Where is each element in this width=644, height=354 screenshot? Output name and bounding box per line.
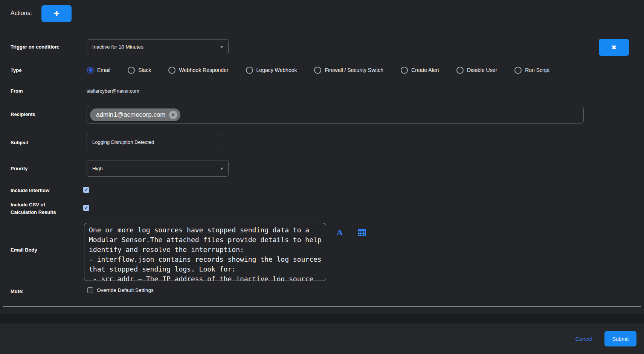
footer-spacer bbox=[0, 314, 644, 323]
radio-option-slack[interactable]: Slack bbox=[128, 67, 151, 74]
radio-option-run-script[interactable]: Run Script bbox=[514, 67, 549, 74]
plus-icon: ✚ bbox=[54, 11, 59, 17]
recipients-input[interactable]: admin1@acmecorp.com ✕ bbox=[87, 106, 584, 124]
trigger-condition-label: Trigger on condition: bbox=[11, 44, 60, 50]
close-icon: ✖ bbox=[612, 44, 617, 50]
email-body-textarea[interactable]: One or more log sources have stopped sen… bbox=[84, 223, 326, 281]
recipient-chip: admin1@acmecorp.com ✕ bbox=[90, 108, 180, 121]
radio-icon bbox=[314, 67, 321, 74]
mute-label: Mute: bbox=[11, 288, 24, 294]
priority-value: High bbox=[92, 166, 220, 171]
recipient-email: admin1@acmecorp.com bbox=[96, 111, 166, 119]
cancel-button[interactable]: Cancel bbox=[575, 336, 592, 342]
recipients-label: Recipients bbox=[11, 111, 35, 117]
radio-icon bbox=[128, 67, 135, 74]
include-interflow-checkbox[interactable]: ✓ bbox=[83, 187, 89, 193]
trigger-condition-select[interactable]: Inactive for 10 Minutes ▾ bbox=[87, 39, 229, 54]
radio-icon bbox=[401, 67, 408, 74]
radio-icon bbox=[168, 67, 175, 74]
font-color-button[interactable]: A bbox=[334, 227, 345, 238]
divider bbox=[3, 306, 641, 307]
mute-row: Override Default Settings bbox=[87, 287, 154, 293]
radio-option-disable-user[interactable]: Disable User bbox=[456, 67, 497, 74]
radio-selected-icon bbox=[87, 67, 94, 74]
actions-label: Actions: bbox=[11, 10, 32, 17]
radio-option-firewall-security-switch[interactable]: Firewall / Security Switch bbox=[314, 67, 383, 74]
add-action-button[interactable]: ✚ bbox=[41, 5, 72, 22]
email-body-text: One or more log sources have stopped sen… bbox=[89, 225, 321, 281]
submit-button[interactable]: Submit bbox=[604, 331, 636, 346]
remove-recipient-icon[interactable]: ✕ bbox=[169, 111, 177, 119]
include-interflow-label: Include Interflow bbox=[11, 188, 49, 194]
priority-select[interactable]: High ▾ bbox=[87, 160, 229, 177]
override-default-settings-checkbox[interactable] bbox=[87, 287, 93, 293]
check-icon: ✓ bbox=[84, 206, 88, 210]
chevron-down-icon: ▾ bbox=[220, 44, 223, 50]
override-default-settings-label: Override Default Settings bbox=[97, 287, 154, 293]
action-config-form: Actions: ✚ Trigger on condition: Inactiv… bbox=[0, 0, 644, 354]
trigger-condition-value: Inactive for 10 Minutes bbox=[92, 44, 220, 50]
check-icon: ✓ bbox=[84, 188, 88, 192]
chevron-down-icon: ▾ bbox=[220, 166, 223, 171]
insert-table-button[interactable] bbox=[357, 228, 367, 237]
remove-action-button[interactable]: ✖ bbox=[599, 39, 629, 56]
email-body-label: Email Body bbox=[11, 247, 37, 253]
radio-option-legacy-webhook[interactable]: Legacy Webhook bbox=[246, 67, 297, 74]
include-csv-label: Include CSV of Calculation Results bbox=[11, 202, 75, 215]
from-label: From bbox=[11, 88, 23, 94]
radio-option-create-alert[interactable]: Create Alert bbox=[401, 67, 439, 74]
radio-icon bbox=[514, 67, 522, 74]
table-icon bbox=[358, 229, 366, 236]
radio-option-webhook-responder[interactable]: Webhook Responder bbox=[168, 67, 228, 74]
radio-icon bbox=[456, 67, 464, 74]
radio-icon bbox=[246, 67, 253, 74]
radio-option-email[interactable]: Email bbox=[87, 67, 110, 74]
include-csv-checkbox[interactable]: ✓ bbox=[83, 205, 89, 211]
type-label: Type bbox=[11, 67, 21, 73]
footer-bar: Cancel Submit bbox=[0, 323, 644, 354]
subject-label: Subject bbox=[11, 140, 28, 146]
font-color-icon: A bbox=[336, 228, 343, 237]
subject-input[interactable] bbox=[87, 134, 219, 150]
priority-label: Priority bbox=[11, 166, 28, 172]
type-radio-group: Email Slack Webhook Responder Legacy Web… bbox=[87, 66, 550, 74]
from-value: stellarcyber@naver.com bbox=[87, 88, 139, 94]
